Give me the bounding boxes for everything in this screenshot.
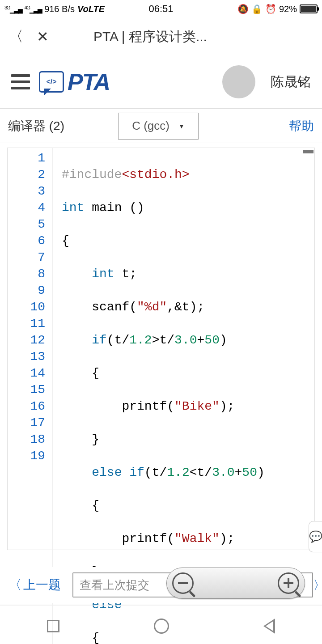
chevron-down-icon: ▼	[178, 123, 185, 130]
page-title: PTA | 程序设计类...	[93, 28, 207, 46]
logo-text: PTA	[68, 68, 110, 95]
menu-button[interactable]	[11, 74, 30, 89]
next-arrow-icon[interactable]: 〉	[313, 577, 322, 594]
zoom-out-button[interactable]	[172, 572, 194, 594]
close-icon[interactable]: ✕	[37, 28, 49, 45]
home-button[interactable]	[154, 619, 169, 634]
feedback-tab[interactable]: 💬	[309, 521, 322, 552]
lock-rotation-icon: 🔒	[251, 4, 263, 14]
username[interactable]: 陈晟铭	[271, 73, 311, 91]
app-header: </> PTA 陈晟铭	[0, 55, 322, 109]
zoom-widget	[166, 568, 305, 599]
recents-button[interactable]	[47, 620, 59, 632]
editor-toolbar: 编译器 (2) C (gcc) ▼ 帮助	[0, 109, 322, 143]
divider	[0, 605, 322, 606]
chevron-left-icon: 〈	[9, 576, 21, 593]
status-bar: 3G▁▃▅ 4G▁▃▅ 916 B/s VoLTE 06:51 🔕 🔒 ⏰ 92…	[0, 0, 322, 18]
browser-bar: 〈 ✕ PTA | 程序设计类...	[0, 18, 322, 55]
code-editor[interactable]: 12345678910111213141516171819 #include<s…	[7, 148, 315, 550]
android-nav-bar	[0, 608, 322, 644]
status-right: 🔕 🔒 ⏰ 92%	[237, 4, 318, 14]
alarm-icon: ⏰	[265, 4, 276, 14]
compiler-label: 编译器 (2)	[8, 118, 64, 135]
logo-badge-icon: </>	[39, 71, 64, 93]
back-icon[interactable]: 〈	[9, 27, 23, 47]
network-speed: 916 B/s	[44, 4, 75, 14]
battery-icon	[300, 4, 318, 13]
scrollbar-thumb[interactable]	[303, 150, 314, 153]
back-button[interactable]	[263, 619, 275, 634]
battery-percent: 92%	[279, 4, 297, 14]
dnd-icon: 🔕	[237, 4, 249, 14]
status-time: 06:51	[148, 3, 173, 15]
status-left: 3G▁▃▅ 4G▁▃▅ 916 B/s VoLTE	[4, 4, 105, 14]
zoom-in-button[interactable]	[278, 572, 299, 594]
volte-label: VoLTE	[77, 4, 105, 14]
avatar[interactable]	[222, 65, 255, 98]
language-select[interactable]: C (gcc) ▼	[118, 113, 199, 140]
prev-question-link[interactable]: 〈上一题	[9, 576, 61, 593]
help-link[interactable]: 帮助	[289, 118, 314, 135]
language-selected-value: C (gcc)	[132, 119, 169, 133]
signal-4g-icon: 4G▁▃▅	[25, 4, 42, 13]
signal-3g-icon: 3G▁▃▅	[4, 4, 22, 13]
logo[interactable]: </> PTA	[39, 68, 110, 95]
